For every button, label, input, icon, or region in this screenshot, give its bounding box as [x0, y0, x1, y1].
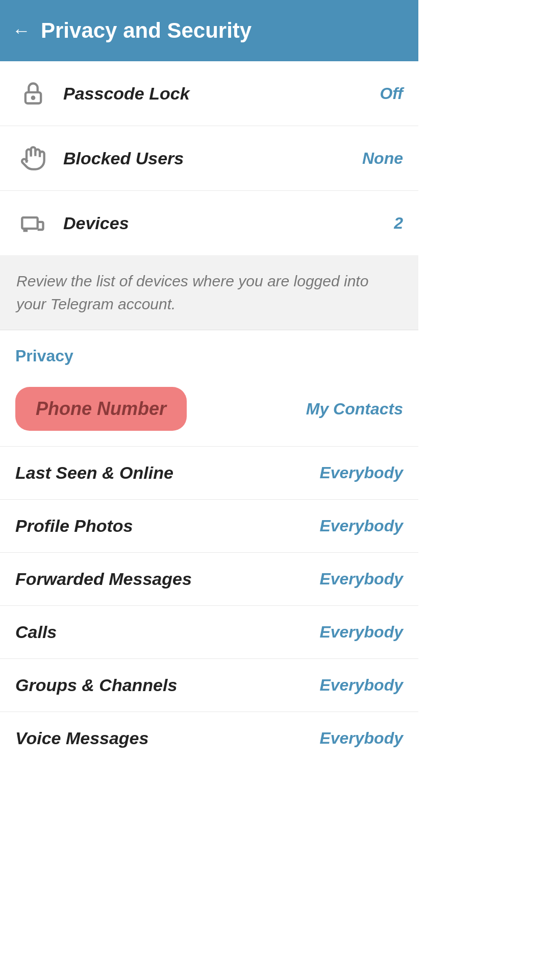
last-seen-item[interactable]: Last Seen & Online Everybody: [0, 447, 418, 500]
groups-channels-label: Groups & Channels: [15, 675, 319, 695]
calls-item[interactable]: Calls Everybody: [0, 606, 418, 659]
groups-channels-item[interactable]: Groups & Channels Everybody: [0, 659, 418, 712]
last-seen-value: Everybody: [319, 463, 403, 482]
privacy-section-header: Privacy: [0, 330, 418, 372]
phone-number-highlight: Phone Number: [15, 387, 187, 431]
hand-icon: [15, 140, 51, 176]
forwarded-messages-item[interactable]: Forwarded Messages Everybody: [0, 553, 418, 606]
top-settings-list: Passcode Lock Off Blocked Users None Dev…: [0, 61, 418, 255]
groups-channels-value: Everybody: [319, 676, 403, 695]
last-seen-label: Last Seen & Online: [15, 463, 319, 483]
back-button[interactable]: ←: [12, 20, 31, 41]
phone-number-label: Phone Number: [36, 398, 166, 419]
devices-value: 2: [394, 214, 403, 233]
blocked-users-label: Blocked Users: [63, 149, 362, 168]
phone-number-value: My Contacts: [306, 400, 403, 419]
forwarded-messages-value: Everybody: [319, 570, 403, 589]
profile-photos-item[interactable]: Profile Photos Everybody: [0, 500, 418, 553]
devices-icon: [15, 205, 51, 241]
blocked-users-item[interactable]: Blocked Users None: [0, 126, 418, 191]
devices-item[interactable]: Devices 2: [0, 191, 418, 255]
privacy-section-title: Privacy: [15, 347, 73, 365]
svg-point-1: [32, 97, 34, 99]
profile-photos-value: Everybody: [319, 517, 403, 535]
passcode-lock-value: Off: [380, 84, 403, 103]
forwarded-messages-label: Forwarded Messages: [15, 569, 319, 589]
lock-icon: [15, 76, 51, 111]
calls-value: Everybody: [319, 623, 403, 642]
phone-number-item[interactable]: Phone Number My Contacts: [0, 372, 418, 447]
blocked-users-value: None: [362, 149, 403, 168]
passcode-lock-label: Passcode Lock: [63, 84, 380, 104]
privacy-items-list: Phone Number My Contacts Last Seen & Onl…: [0, 372, 418, 765]
page-title: Privacy and Security: [41, 18, 252, 43]
voice-messages-item[interactable]: Voice Messages Everybody: [0, 712, 418, 765]
description-text: Review the list of devices where you are…: [16, 273, 368, 312]
passcode-lock-item[interactable]: Passcode Lock Off: [0, 61, 418, 126]
profile-photos-label: Profile Photos: [15, 516, 319, 536]
voice-messages-label: Voice Messages: [15, 728, 319, 748]
header: ← Privacy and Security: [0, 0, 418, 61]
svg-rect-2: [22, 217, 37, 229]
phone-number-inner: Phone Number My Contacts: [15, 376, 403, 442]
devices-description: Review the list of devices where you are…: [0, 255, 418, 330]
calls-label: Calls: [15, 622, 319, 642]
devices-label: Devices: [63, 213, 394, 233]
voice-messages-value: Everybody: [319, 729, 403, 748]
